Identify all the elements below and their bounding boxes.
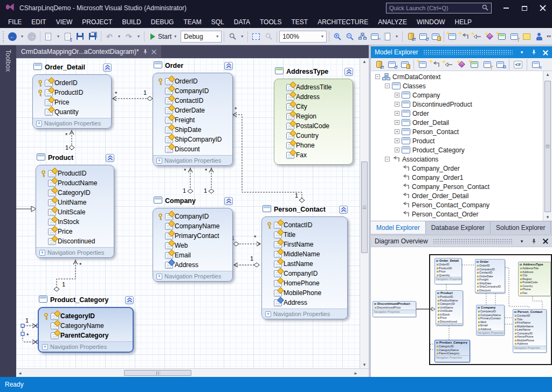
entity-row[interactable]: PostalCode [274,121,353,131]
database-script-icon[interactable] [430,30,441,43]
refresh-from-database-icon[interactable]: ↺ [417,30,429,43]
entity-row[interactable]: OrderID [33,78,111,88]
redo-icon[interactable]: ↷ [123,30,135,43]
document-tab[interactable]: CrmDataMappingOr...aContextDiagram)* [16,45,161,58]
entity-row[interactable]: Address [262,298,347,307]
entity-row[interactable]: Freight [153,115,232,125]
entity-row[interactable]: Price [33,97,111,107]
new-inheritance-icon[interactable] [471,30,483,43]
entity-row[interactable]: AddressTitle [274,82,353,92]
new-complex-type-icon[interactable] [456,58,467,71]
entity-row[interactable]: CompanyID [262,269,347,278]
nav-back-icon[interactable]: ← [6,30,18,43]
undo-dropdown-icon[interactable]: ▾ [116,30,122,43]
horizontal-scroll-thumb[interactable] [124,370,191,376]
zoom-level-combo[interactable]: 100%▾ [279,31,327,43]
panel-drag-grip[interactable] [433,239,513,244]
new-entity-icon[interactable] [417,58,429,71]
entity-row[interactable]: Address [153,260,232,270]
panel-drag-grip[interactable] [423,50,513,55]
entity-row[interactable]: CategoryID [36,188,114,198]
collapse-icon[interactable]: − [375,74,380,79]
new-inheritance-icon[interactable] [443,58,454,71]
collapse-chevron-button[interactable] [224,197,233,205]
editor-vertical-scrollbar[interactable]: ▲ ▼ [360,58,369,368]
new-association-icon[interactable] [430,58,441,71]
expand-icon[interactable]: + [36,121,42,127]
debug-target-dropdown[interactable]: Debug▾ [181,31,222,43]
fit-diagram-icon[interactable] [356,30,368,43]
toolbar-grip[interactable] [2,31,5,43]
class-diagram-icon[interactable]: ⧉ [494,58,506,71]
database-script-icon[interactable] [399,58,411,71]
entity-row[interactable]: CompanyID [153,212,232,221]
pin-icon[interactable] [529,237,538,246]
tab-solution-explorer[interactable]: Solution Explorer [491,221,551,234]
entity-row[interactable]: CategoryID [39,311,133,321]
collapse-icon[interactable]: − [385,157,390,162]
new-function-import-icon[interactable]: ƒ [508,30,520,43]
menu-architecture[interactable]: ARCHITECTURE [313,17,373,27]
entity-row[interactable]: MiddleName [262,249,347,259]
menu-help[interactable]: HELP [450,17,477,27]
entity-row[interactable]: UnitScale [36,207,114,217]
generate-database-icon[interactable]: ⇄ [373,58,385,71]
tree-item-person_contact_company[interactable]: Person_Contact_Company [371,200,543,209]
quick-launch-input[interactable]: Quick Launch (Ctrl+Q) [386,3,492,13]
entity-row[interactable]: Title [262,230,347,240]
new-entity-icon[interactable] [446,30,458,43]
tree-item-associations[interactable]: −Associations [371,155,543,164]
close-panel-button[interactable] [541,237,550,246]
entity-row[interactable]: Email [153,250,232,260]
zoom-selection-icon[interactable] [250,30,262,43]
new-file-dropdown-icon[interactable]: ▾ [55,30,61,43]
entity-row[interactable]: Price [36,227,114,236]
page-dropdown-icon[interactable]: ▾ [394,30,400,43]
editor-horizontal-scrollbar[interactable]: ◄ ► [16,368,369,377]
designer-canvas[interactable]: *1*1*1*1*11**1*11* Order_DetailOrderIDPr… [16,58,360,368]
navigation-properties-row[interactable]: +Navigation Properties [262,309,347,319]
expand-icon[interactable]: + [395,93,399,97]
scroll-right-icon[interactable]: ► [354,371,358,376]
entity-row[interactable]: InStock [36,217,114,227]
layout-diagram-icon[interactable]: ⌗ [369,30,381,43]
entity-addresstype[interactable]: AddressTypeAddressTitleAddressCityRegion… [274,66,353,165]
entity-row[interactable]: UnitName [36,198,114,207]
toolbar-overflow-dropdown-icon[interactable]: ▾▾ [546,30,552,43]
tab-database-explorer[interactable]: Database Explorer [426,221,491,234]
expand-icon[interactable]: + [265,311,271,317]
close-button[interactable] [534,1,552,15]
collapse-icon[interactable]: − [385,83,390,88]
new-enum-icon[interactable] [468,58,480,71]
tree-item-person_contact_order[interactable]: Person_Contact_Order [371,209,543,219]
menu-edit[interactable]: EDIT [26,17,51,27]
entity-row[interactable]: Fax [274,150,353,160]
menu-analyze[interactable]: ANALYZE [373,17,412,27]
diagram-overview-minimap[interactable]: DiscontinuedProductDiscontinuedPriceNavi… [371,247,552,377]
expand-icon[interactable]: + [42,344,48,350]
navigation-properties-row[interactable]: +Navigation Properties [36,247,114,257]
scroll-down-icon[interactable]: ▼ [360,362,369,367]
entity-product_category[interactable]: Product_CategoryCategoryIDCategoryNamePa… [38,295,134,353]
undo-icon[interactable]: ↶ [104,30,115,43]
new-file-icon[interactable] [43,30,54,43]
pin-icon[interactable] [143,48,148,55]
menu-test[interactable]: TEST [286,17,313,27]
entity-row[interactable]: CompanyID [153,86,232,96]
entity-row[interactable]: Region [274,111,353,121]
entity-order_detail[interactable]: Order_DetailOrderIDProductIDPriceQuantit… [32,62,112,129]
entity-row[interactable]: ProductID [36,169,114,178]
collapse-chevron-button[interactable] [125,296,134,304]
save-all-icon[interactable] [87,30,99,43]
window-position-dropdown-icon[interactable]: ▾ [518,237,526,246]
entity-row[interactable]: FirstName [262,240,347,249]
tree-item-order_order_detail[interactable]: Order_Order_Detail [371,191,543,200]
navigation-properties-row[interactable]: +Navigation Properties [153,271,232,281]
entity-row[interactable]: Quantity [33,107,111,117]
expand-icon[interactable]: + [39,250,45,256]
entity-row[interactable]: ParentCategory [39,331,133,340]
entity-row[interactable]: Phone [274,141,353,150]
entity-order[interactable]: OrderOrderIDCompanyIDContactIDOrderDateF… [153,60,233,166]
entity-row[interactable]: ShipCompanyID [153,135,232,144]
expand-icon[interactable]: + [395,148,399,152]
